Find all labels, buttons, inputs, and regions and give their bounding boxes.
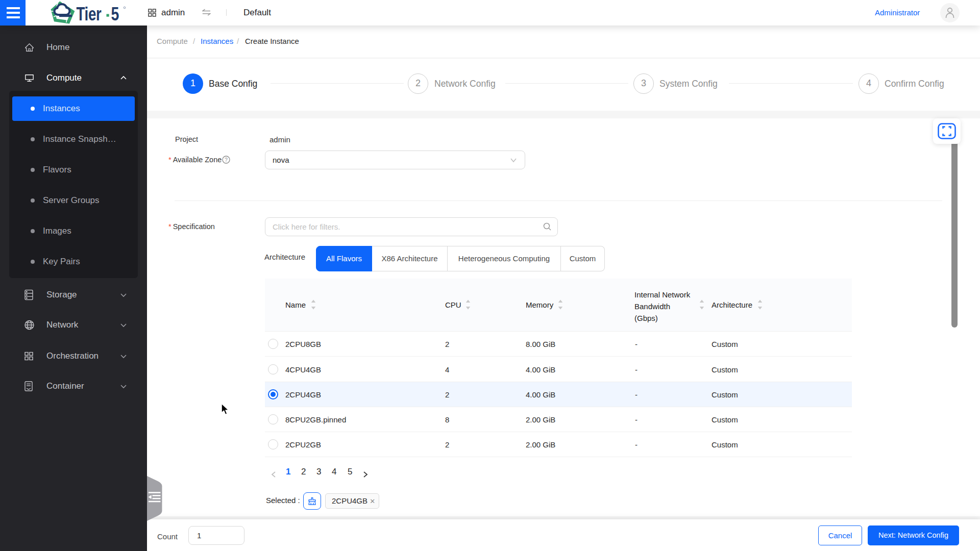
svg-text:?: ?	[225, 157, 228, 163]
svg-text:Tier: Tier	[77, 4, 102, 24]
svg-text:5: 5	[111, 4, 119, 24]
